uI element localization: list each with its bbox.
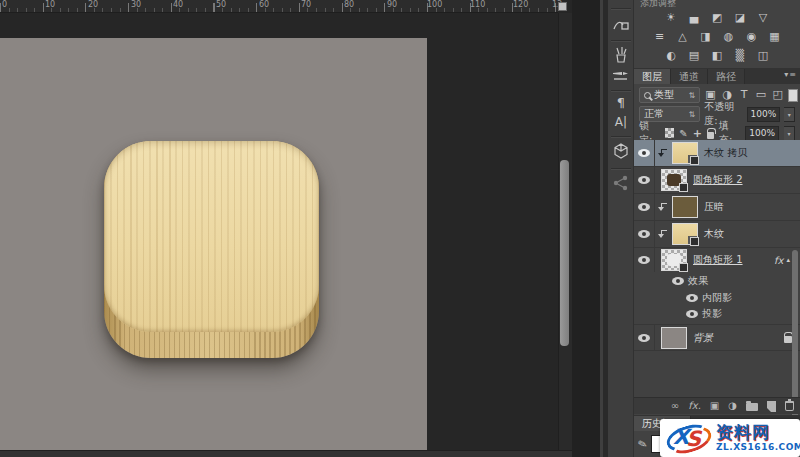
3d-panel-icon[interactable] [608, 142, 634, 164]
adjustment-levels-icon[interactable]: ▄ [687, 11, 702, 25]
history-brush-icon[interactable]: ✎ [636, 437, 648, 452]
lock-position-icon[interactable]: + [693, 127, 702, 140]
lock-transparency-icon[interactable] [665, 128, 674, 138]
visibility-cell[interactable] [634, 248, 655, 272]
lock-paint-icon[interactable]: ✎ [679, 128, 687, 139]
adjustment-curves-icon[interactable]: ◩ [710, 11, 725, 25]
layer-name[interactable]: 压暗 [704, 200, 724, 214]
visibility-cell[interactable] [634, 221, 655, 247]
tab-layers[interactable]: 图层 [634, 69, 671, 84]
layer-name[interactable]: 木纹 [704, 227, 724, 241]
background-lock-icon [784, 336, 792, 343]
eye-icon[interactable] [638, 334, 650, 342]
brush-presets-panel-icon[interactable] [608, 46, 634, 68]
adjustment-selective-color-icon[interactable]: ◫ [756, 49, 771, 63]
layer-row-background[interactable]: 背景 [634, 324, 800, 351]
eye-icon[interactable] [638, 230, 650, 238]
effect-row-drop-shadow[interactable]: 投影 [634, 306, 800, 322]
lock-all-icon[interactable] [707, 132, 714, 139]
eye-icon[interactable] [686, 294, 698, 302]
panel-tabbar: 图层 通道 路径 [634, 68, 800, 84]
adjustment-photo-filter-icon[interactable]: ◍ [721, 30, 736, 44]
effect-row-inner-shadow[interactable]: 内阴影 [634, 290, 800, 306]
add-layer-mask-icon[interactable]: ▣ [710, 399, 719, 413]
layer-thumbnail[interactable] [661, 169, 687, 191]
adjustment-channel-mixer-icon[interactable]: ◉ [744, 30, 759, 44]
eye-icon[interactable] [638, 176, 650, 184]
adjustment-hue-saturation-icon[interactable]: ≡ [652, 30, 667, 44]
clipping-mask-arrow-icon [658, 230, 667, 239]
panel-menu-icon[interactable]: ▾≡ [784, 70, 797, 79]
visibility-cell[interactable] [634, 140, 655, 166]
fill-dropdown-arrow[interactable]: ▾ [784, 126, 795, 141]
adjustment-posterize-icon[interactable]: ▤ [687, 49, 702, 63]
logo-letter-s: S [686, 427, 701, 451]
sync-share-panel-icon[interactable] [608, 174, 634, 196]
adjustment-black-white-icon[interactable]: ◨ [698, 30, 713, 44]
layer-row-rounded-rect-2[interactable]: 圆角矩形 2 [634, 167, 800, 194]
layer-thumbnail[interactable] [672, 223, 698, 245]
eye-icon[interactable] [638, 256, 650, 264]
tab-channels[interactable]: 通道 [671, 69, 708, 84]
adjustment-exposure-icon[interactable]: ◪ [733, 11, 748, 25]
vertical-scrollbar-thumb[interactable] [560, 160, 569, 346]
fx-label: fx [774, 255, 783, 266]
tab-paths[interactable]: 路径 [708, 69, 745, 84]
character-panel-icon[interactable]: A| [608, 115, 634, 129]
layer-row-rounded-rect-1[interactable]: 圆角矩形 1 fx▴ [634, 248, 800, 272]
fill-value[interactable]: 100% [745, 126, 779, 141]
layer-thumbnail[interactable] [672, 196, 698, 218]
eye-icon[interactable] [672, 277, 684, 285]
new-layer-icon[interactable] [767, 401, 776, 412]
adjustment-threshold-icon[interactable]: ◧ [710, 49, 725, 63]
layer-thumbnail[interactable] [672, 142, 698, 164]
layer-name[interactable]: 圆角矩形 1 [693, 253, 743, 267]
ruler-label: 110 [470, 0, 485, 9]
layer-thumbnail[interactable] [661, 327, 687, 349]
layer-style-icon[interactable]: fx. [688, 399, 701, 413]
fx-collapse-icon[interactable]: ▴ [786, 256, 790, 264]
opacity-value[interactable]: 100% [747, 107, 781, 122]
filter-toggle-switch[interactable] [788, 89, 798, 102]
properties-panel-icon[interactable] [608, 16, 634, 38]
layer-row-darken[interactable]: 压暗 [634, 194, 800, 221]
adjustment-brightness-contrast-icon[interactable]: ☀ [664, 11, 679, 25]
eye-icon[interactable] [638, 203, 650, 211]
visibility-cell[interactable] [634, 167, 655, 193]
smart-object-badge [690, 237, 699, 246]
layers-list: 木纹 拷贝 圆角矩形 2 压暗 木纹 圆角矩形 1 fx▴ 效果 [634, 140, 800, 397]
layer-name[interactable]: 背景 [693, 331, 713, 345]
layer-thumbnail[interactable] [661, 249, 687, 271]
horizontal-scrollbar[interactable] [0, 450, 572, 457]
vector-mask-badge [679, 263, 688, 272]
visibility-cell[interactable] [634, 325, 655, 350]
visibility-cell[interactable] [634, 194, 655, 220]
layer-row-wood-copy[interactable]: 木纹 拷贝 [634, 140, 800, 167]
link-layers-icon[interactable]: ∞ [671, 399, 679, 413]
adjustment-color-balance-icon[interactable]: △ [675, 30, 690, 44]
effects-header-row[interactable]: 效果 [634, 272, 800, 290]
filter-kind-dropdown[interactable]: 类型 ⇅ [639, 87, 700, 103]
paragraph-panel-icon[interactable]: ¶ [608, 95, 634, 110]
adjustment-vibrance-icon[interactable]: ▽ [756, 11, 771, 25]
eye-icon[interactable] [638, 149, 650, 157]
tool-presets-panel-icon[interactable] [608, 68, 634, 87]
adjustment-invert-icon[interactable]: ◐ [664, 49, 679, 63]
opacity-dropdown-arrow[interactable]: ▾ [784, 107, 795, 122]
eye-icon[interactable] [686, 310, 698, 318]
adjustment-gradient-map-icon[interactable]: ▒ [733, 49, 748, 63]
dock-divider [611, 8, 631, 9]
clipping-mask-arrow-icon [658, 149, 667, 158]
adjustment-color-lookup-icon[interactable]: ▦ [767, 30, 782, 44]
new-group-icon[interactable] [746, 403, 758, 411]
ruler-corner-button[interactable] [558, 2, 567, 11]
filter-shape-layers-icon[interactable]: ▭ [755, 88, 768, 102]
layer-row-wood[interactable]: 木纹 [634, 221, 800, 248]
layer-fx-badge[interactable]: fx▴ [774, 255, 790, 266]
layer-name[interactable]: 木纹 拷贝 [704, 146, 747, 160]
layer-name[interactable]: 圆角矩形 2 [693, 173, 743, 187]
watermark: X S 资料网 ZL.XS1616.COM [660, 419, 800, 457]
new-adjustment-layer-icon[interactable]: ◑ [728, 399, 737, 413]
filter-smart-objects-icon[interactable]: ◰ [771, 88, 784, 102]
delete-layer-icon[interactable] [785, 401, 794, 411]
